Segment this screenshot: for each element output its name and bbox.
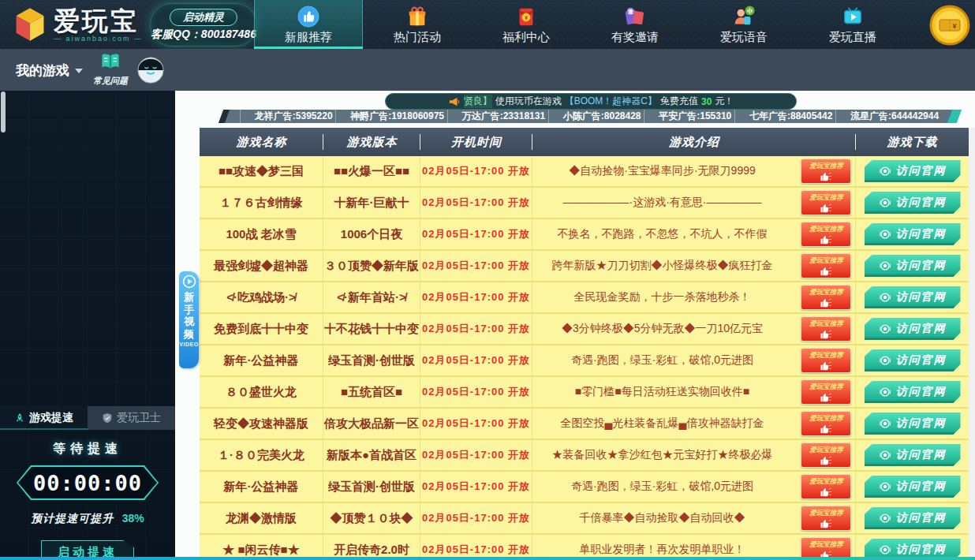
badge-thumb-icon [819,203,833,213]
table-scrollbar-thumb[interactable] [1,91,6,133]
ad-link[interactable]: 平安广告:155310 [644,110,731,123]
ad-link[interactable]: 神爵广告:1918060975 [335,110,444,123]
table-row: 免费到底十十中变 十不花钱十十中变 02月05日-17:00 开放 ◆3分钟终极… [200,314,969,344]
open-time-cell: 02月05日-17:00 开放 [420,377,532,407]
game-name-cell: ■■攻速◆梦三国 [200,156,323,186]
logo: 爱玩宝 — aiwanbao.com — [13,6,143,44]
visit-label: 访问官网 [896,416,947,431]
coin-ticket-icon[interactable]: ¥ [929,5,970,46]
visit-official-site-button[interactable]: 访问官网 [865,286,961,308]
my-games-label: 我的游戏 [16,62,69,80]
nav-item-live[interactable]: 爱玩直播 [798,0,907,49]
nav-item-voice[interactable]: 爱玩语音 [689,0,798,49]
tab-label: 游戏提速 [29,411,73,425]
game-download-cell: 访问官网 [856,503,969,533]
game-intro-text: 奇遇·跑图，绿玉·彩虹，破馆,0元进图 [571,480,753,494]
ad-link[interactable]: 龙祥广告:5395220 [240,110,333,123]
service-qq: 客服QQ：800187486 [151,28,256,42]
announcement-bar[interactable]: 贤良】使用玩币在游戏【BOOM！超神器C】免费充值 30 元！ [385,93,797,110]
game-name-cell: 100战 老冰雪 [200,219,323,249]
column-header-game-intro: 游戏介绍 [532,128,856,156]
visit-label: 访问官网 [896,385,947,399]
nav-label: 福利中心 [502,30,550,45]
visit-official-site-button[interactable]: 访问官网 [865,255,961,277]
visit-official-site-button[interactable]: 访问官网 [865,192,961,214]
game-download-cell: 访问官网 [856,282,969,312]
game-intro-cell: 单职业发明者！再次发明单职业！ 爱玩宝推荐 [532,535,856,557]
table-scrollbar-track[interactable] [969,128,975,557]
game-name-cell: 最强剑墟◆超神器 [200,251,323,281]
nav-label: 爱玩语音 [720,30,768,45]
speedup-estimate: 预计提速可提升 38% [0,511,175,526]
game-name-cell: ★ ■闲云传■★ [200,535,323,557]
game-intro-cell: ★装备回收★拿沙红包★元宝好打★终极必爆 爱玩宝推荐 [532,440,856,470]
game-intro-text: 奇遇·跑图，绿玉·彩虹，破馆,0元进图 [571,353,753,368]
robot-assistant-icon[interactable] [136,55,166,85]
visit-official-site-button[interactable]: 访问官网 [865,507,961,529]
game-download-cell: 访问官网 [856,188,969,218]
game-intro-text: 单职业发明者！再次发明单职业！ [580,543,745,557]
ad-link[interactable]: 小陈广告:8028428 [548,110,641,123]
table-row: 轻变◆攻速神器版 倍攻大极品新一区 02月05日-17:00 开放 全图空投▄光… [200,409,969,439]
table-row: 最强剑墟◆超神器 ３０顶赞◆新年版 02月05日-17:00 开放 跨年新版★刀… [200,251,969,281]
tab-game-speedup[interactable]: 游戏提速 [0,406,88,430]
table-row: 新年·公益神器 绿玉首测·创世版 02月05日-17:00 开放 奇遇·跑图，绿… [200,472,969,502]
open-time-cell: 02月05日-17:00 开放 [420,345,532,375]
nav-item-hot-activities[interactable]: 热门活动 [363,0,472,49]
faq-button[interactable]: 常见问题 [88,53,133,87]
visit-official-site-button[interactable]: 访问官网 [865,444,961,466]
game-intro-text: 跨年新版★刀刀切割◆小怪爆终极◆疯狂打金 [552,259,773,273]
visit-official-site-button[interactable]: 访问官网 [865,413,961,435]
game-download-cell: 访问官网 [856,377,969,407]
game-intro-cell: ■零门槛■每日活动狂送实物回收件■ 爱玩宝推荐 [532,377,856,407]
launch-genie-button[interactable]: 启动精灵 [170,9,237,26]
visit-official-site-button[interactable]: 访问官网 [865,349,961,371]
recommend-badge-label: 爱玩宝推荐 [809,224,843,233]
visit-official-site-button[interactable]: 访问官网 [865,476,961,498]
table-row: ≮·吃鸡战场·≯ ≮·新年首站·≯ 02月05日-17:00 开放 全民现金奖励… [200,282,969,312]
official-site-icon [879,228,891,241]
visit-official-site-button[interactable]: 访问官网 [865,223,961,245]
ad-link[interactable]: 七年广告:88405442 [734,110,832,123]
game-name-cell: １７６古剑情缘 [200,188,323,218]
nav-item-invite-rewards[interactable]: 邀 有奖邀请 [581,0,689,49]
open-time-cell: 02月05日-17:00 开放 [420,251,532,281]
game-download-cell: 访问官网 [856,440,969,470]
app-window: 爱玩宝 — aiwanbao.com — 启动精灵 客服QQ：800187486… [0,0,975,560]
shield-icon [102,413,113,424]
game-intro-cell: 不换名，不跑路，不忽悠，不坑人，不作假 爱玩宝推荐 [532,219,856,249]
nav-item-new-servers[interactable]: 新服推荐 [254,0,363,49]
game-intro-text: ——————·这游戏·有意思·————— [563,196,762,210]
visit-official-site-button[interactable]: 访问官网 [865,160,961,182]
visit-official-site-button[interactable]: 访问官网 [865,318,961,340]
game-name-cell: 龙渊◆激情版 [200,503,323,533]
badge-thumb-icon [819,297,833,308]
game-download-cell: 访问官网 [856,251,969,281]
game-intro-cell: 奇遇·跑图，绿玉·彩虹，破馆,0元进图 爱玩宝推荐 [532,472,856,502]
table-row: 龙渊◆激情版 ◆顶赞１０块◆ 02月05日-17:00 开放 千倍暴率◆自动捡取… [200,503,969,533]
open-time-cell: 02月05日-17:00 开放 [420,282,532,312]
window-bottom-edge [0,557,975,560]
game-version-cell: ■■火爆一区■■ [323,156,420,186]
game-intro-text: ■零门槛■每日活动狂送实物回收件■ [575,385,749,399]
game-download-cell: 访问官网 [856,345,969,375]
tab-guard[interactable]: 爱玩卫士 [88,406,175,430]
gift-icon [405,5,429,28]
visit-official-site-button[interactable]: 访问官网 [865,381,961,403]
game-intro-text: ◆3分钟终极◆5分钟无敌◆一刀10亿元宝 [562,322,763,336]
visit-label: 访问官网 [896,259,947,273]
ad-link[interactable]: 流星广告:644442944 [835,110,939,123]
toolbar: 我的游戏 常见问题 版本选择 [0,49,975,91]
recommend-badge: 爱玩宝推荐 [801,159,851,184]
table-row: １·８０完美火龙 新版本●首战首区 02月05日-17:00 开放 ★装备回收★… [200,440,969,470]
game-download-cell: 访问官网 [856,409,969,439]
open-time-cell: 02月05日-17:00 开放 [420,314,532,344]
announcement-segment: 30 [701,96,712,107]
my-games-dropdown[interactable]: 我的游戏 [16,62,83,80]
nav-item-welfare-center[interactable]: ¥ 福利中心 [472,0,581,49]
visit-official-site-button[interactable]: 访问官网 [865,539,961,557]
game-intro-text: 全民现金奖励，十步一杀落地秒杀！ [574,290,751,304]
newbie-video-tab[interactable]: 新手视频 VIDEO [179,271,199,368]
visit-label: 访问官网 [896,448,947,462]
ad-link[interactable]: 万达广告:23318131 [447,110,545,123]
